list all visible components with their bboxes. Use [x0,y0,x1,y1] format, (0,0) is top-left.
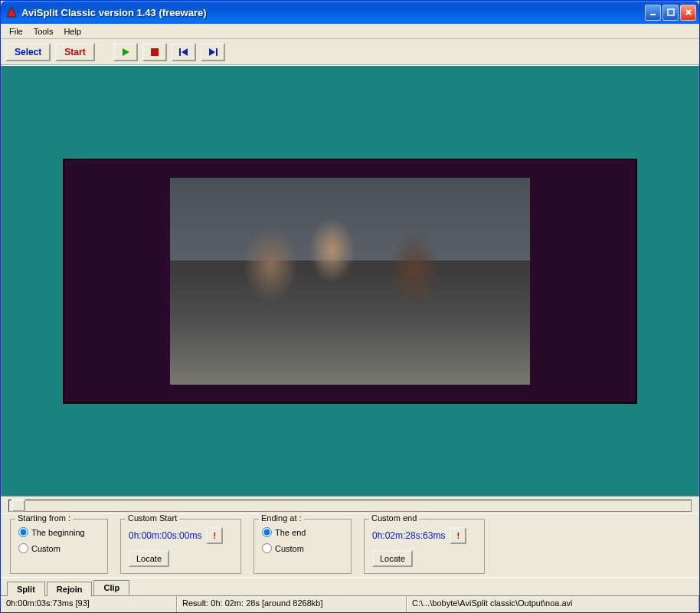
window-title: AviSplit Classic version 1.43 (freeware) [21,7,645,18]
radio-end-custom[interactable]: Custom [262,543,343,553]
video-frame [63,159,637,404]
svg-marker-3 [123,48,129,56]
app-window: AviSplit Classic version 1.43 (freeware)… [0,0,700,613]
start-mark-button[interactable]: ! [206,527,223,544]
svg-rect-2 [668,9,674,15]
menu-help[interactable]: Help [58,25,87,38]
titlebar: AviSplit Classic version 1.43 (freeware) [1,1,699,24]
video-preview-area [1,65,699,497]
ending-at-group: Ending at : The end Custom [254,519,352,574]
minimize-button[interactable] [645,5,661,21]
svg-marker-6 [182,48,188,56]
starting-from-group: Starting from : The beginning Custom [10,519,108,574]
tab-rejoin[interactable]: Rejoin [47,582,93,596]
timeline-thumb[interactable] [11,500,25,512]
menu-tools[interactable]: Tools [28,25,59,38]
close-button[interactable] [680,5,696,21]
video-still-image [170,178,530,385]
svg-rect-4 [151,48,159,56]
end-mark-button[interactable]: ! [450,527,466,544]
app-icon [5,6,18,18]
starting-from-label: Starting from : [15,513,73,523]
play-button[interactable] [113,43,138,61]
svg-rect-5 [179,48,181,56]
status-result: Result: 0h: 02m: 28s [around 8268kb] [177,596,407,612]
end-locate-button[interactable]: Locate [372,550,413,567]
radio-the-end[interactable]: The end [262,527,343,537]
custom-end-label: Custom end [369,513,419,523]
radio-the-beginning[interactable]: The beginning [18,527,100,537]
tab-clip[interactable]: Clip [93,580,129,595]
custom-start-group: Custom Start 0h:00m:00s:00ms ! Locate [120,519,241,574]
menubar: File Tools Help [1,24,699,39]
start-button[interactable]: Start [55,43,94,61]
tabs-row: Split Rejoin Clip [1,577,699,595]
timeline-row [1,497,699,513]
stop-button[interactable] [142,43,167,61]
ending-at-label: Ending at : [259,513,304,523]
svg-rect-1 [650,14,656,15]
custom-start-label: Custom Start [126,513,179,523]
timeline-slider[interactable] [8,500,692,512]
start-locate-button[interactable]: Locate [129,550,169,567]
svg-marker-7 [209,48,215,56]
custom-end-time: 0h:02m:28s:63ms [372,530,445,541]
select-button[interactable]: Select [5,43,51,61]
custom-start-time: 0h:00m:00s:00ms [129,530,201,541]
next-frame-button[interactable] [201,43,225,61]
custom-end-group: Custom end 0h:02m:28s:63ms ! Locate [364,519,485,574]
toolbar: Select Start [1,39,699,65]
clip-settings-panel: Starting from : The beginning Custom Cus… [1,513,699,577]
maximize-button[interactable] [662,5,679,21]
prev-frame-button[interactable] [172,43,196,61]
svg-rect-8 [216,48,218,56]
statusbar: 0h:00m:03s:73ms [93] Result: 0h: 02m: 28… [1,595,699,612]
svg-marker-0 [7,7,16,17]
radio-start-custom[interactable]: Custom [18,543,100,553]
status-path: C:\...\bobyte\AviSplit classic\Output\no… [407,596,699,612]
menu-file[interactable]: File [4,25,28,38]
tab-split[interactable]: Split [7,582,45,596]
status-time: 0h:00m:03s:73ms [93] [1,596,177,612]
